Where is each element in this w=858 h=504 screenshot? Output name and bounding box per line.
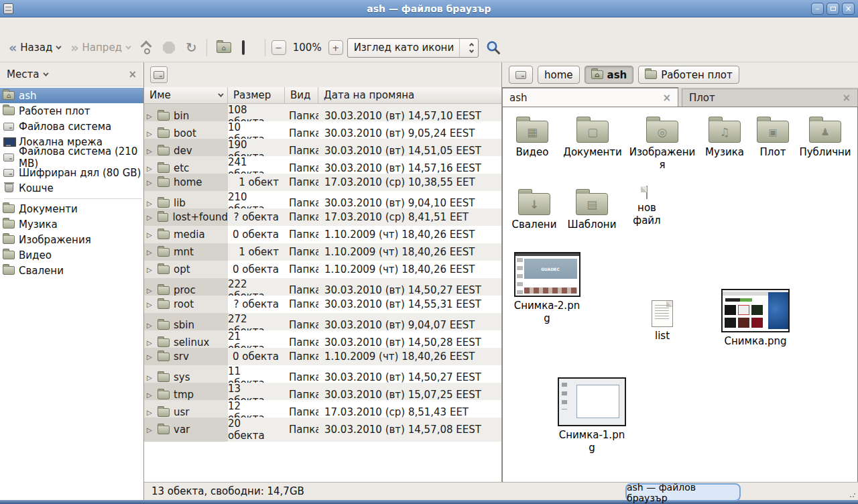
path-desktop-button[interactable]: Работен плот	[638, 66, 739, 84]
stop-button[interactable]	[160, 39, 178, 56]
menu-item[interactable]	[34, 24, 48, 27]
home-button[interactable]: ⌂	[213, 40, 235, 56]
tab-close-icon[interactable]	[662, 92, 671, 104]
folder-item[interactable]: Плот	[753, 114, 792, 159]
expander-icon[interactable]	[147, 322, 154, 329]
table-row[interactable]: mnt 1 обект Папка 1.10.2009 (чт) 18,40,2…	[144, 243, 501, 261]
folder-item[interactable]: Музика	[700, 114, 749, 159]
forward-button[interactable]: » Напред	[67, 39, 133, 56]
table-row[interactable]: selinux 21 обекта Папка 30.03.2010 (вт) …	[144, 330, 501, 348]
sidebar-title[interactable]: Места	[7, 68, 39, 80]
sidebar-item[interactable]: Кошче	[0, 180, 143, 196]
table-row[interactable]: home 1 обект Папка 17.03.2010 (ср) 10,38…	[144, 174, 501, 191]
table-row[interactable]: lib 210 обекта Папка 30.03.2010 (вт) 9,0…	[144, 191, 501, 208]
computer-button[interactable]	[239, 39, 259, 56]
table-row[interactable]: sbin 272 обекта Папка 30.03.2010 (вт) 9,…	[144, 313, 501, 330]
filesystem-root-button[interactable]	[150, 66, 168, 83]
expander-icon[interactable]	[147, 113, 154, 120]
titlebar[interactable]: ash — файлов браузър – ×	[0, 0, 858, 17]
table-row[interactable]: root ? обекта Папка 30.03.2010 (вт) 14,5…	[144, 296, 501, 313]
tab-ash[interactable]: ash	[502, 87, 678, 107]
icon-view-canvas[interactable]: Видео Документи Изображения	[502, 107, 858, 482]
file-item-shot[interactable]: Снимка.png	[722, 289, 789, 348]
back-dropdown-icon[interactable]	[56, 44, 61, 49]
file-item-list[interactable]: list	[629, 298, 696, 342]
resize-grip[interactable]	[849, 491, 856, 498]
table-row[interactable]: bin 108 обекта Папка 30.03.2010 (вт) 14,…	[144, 104, 501, 121]
up-button[interactable]	[137, 38, 156, 57]
reload-button[interactable]: ↻	[182, 39, 200, 56]
sidebar-item[interactable]: Свалени	[0, 263, 143, 278]
table-row[interactable]: proc 222 обекта Папка 30.03.2010 (вт) 14…	[144, 278, 501, 296]
minimize-button[interactable]: –	[811, 3, 824, 15]
tab-close-icon[interactable]	[842, 92, 851, 104]
expander-icon[interactable]	[147, 391, 154, 399]
expander-icon[interactable]	[147, 353, 154, 361]
sidebar-item[interactable]: Шифриран дял (80 GB)	[0, 165, 143, 180]
expander-icon[interactable]	[147, 200, 154, 207]
sidebar-close-icon[interactable]	[128, 68, 137, 80]
menu-item[interactable]	[19, 24, 34, 27]
table-row[interactable]: usr 12 обекта Папка 17.03.2010 (ср) 8,51…	[144, 400, 501, 418]
sidebar-item[interactable]: Видео	[0, 247, 143, 263]
sidebar-item[interactable]: ⌂ ash	[0, 88, 143, 103]
table-row[interactable]: lost+found ? обекта Папка 17.03.2010 (ср…	[144, 208, 501, 226]
sidebar-item[interactable]: Файлова система (210 MB)	[0, 149, 143, 165]
expander-icon[interactable]	[147, 249, 154, 256]
folder-item[interactable]: нов файл	[623, 186, 670, 227]
table-row[interactable]: dev 190 обекта Папка 30.03.2010 (вт) 14,…	[144, 139, 501, 156]
table-row[interactable]: tmp 13 обекта Папка 30.03.2010 (вт) 15,0…	[144, 383, 501, 400]
sidebar-item[interactable]: Музика	[0, 216, 143, 232]
tab-plot[interactable]: Плот	[682, 88, 858, 107]
sidebar-item[interactable]: Работен плот	[0, 103, 143, 119]
sidebar-dropdown-icon[interactable]	[44, 70, 49, 76]
expander-icon[interactable]	[147, 426, 154, 434]
table-row[interactable]: boot 10 обекта Папка 30.03.2010 (вт) 9,0…	[144, 121, 501, 139]
back-button[interactable]: « Назад	[5, 39, 63, 56]
expander-icon[interactable]	[147, 301, 154, 308]
expander-icon[interactable]	[147, 165, 154, 172]
search-icon[interactable]	[485, 40, 501, 56]
folder-item[interactable]: Документи	[560, 114, 625, 159]
path-root-button[interactable]	[509, 66, 533, 84]
maximize-button[interactable]	[826, 3, 839, 15]
close-button[interactable]: ×	[842, 3, 855, 15]
menu-item[interactable]	[48, 24, 63, 27]
table-row[interactable]: var 20 обекта Папка 30.03.2010 (вт) 14,5…	[144, 418, 501, 435]
expander-icon[interactable]	[147, 339, 154, 346]
folder-item[interactable]: Изображения	[629, 114, 696, 172]
path-current-button[interactable]: ⌂ ash	[585, 66, 634, 84]
column-header-name[interactable]: Име	[144, 87, 228, 103]
column-header-size[interactable]: Размер	[228, 87, 285, 103]
expander-icon[interactable]	[147, 266, 154, 273]
expander-icon[interactable]	[147, 374, 154, 381]
view-mode-select[interactable]: Изглед като икони	[347, 38, 479, 58]
sidebar-item[interactable]	[0, 196, 143, 201]
file-item-shot1[interactable]: Снимка-1.png	[558, 377, 625, 454]
table-row[interactable]: opt 0 обекта Папка 1.10.2009 (чт) 18,40,…	[144, 261, 501, 278]
menu-item[interactable]	[78, 24, 93, 27]
expander-icon[interactable]	[147, 179, 154, 186]
folder-item[interactable]: Публични	[796, 114, 854, 159]
zoom-in-button[interactable]: +	[328, 40, 343, 55]
sidebar-item[interactable]: Изображения	[0, 232, 143, 247]
folder-item[interactable]: Видео	[508, 114, 556, 159]
table-row[interactable]: sys 11 обекта Папка 30.03.2010 (вт) 14,5…	[144, 365, 501, 383]
expander-icon[interactable]	[147, 287, 154, 294]
expander-icon[interactable]	[147, 409, 154, 416]
expander-icon[interactable]	[147, 130, 154, 137]
menu-item[interactable]	[4, 24, 19, 27]
table-row[interactable]: srv 0 обекта Папка 1.10.2009 (чт) 18,40,…	[144, 348, 501, 365]
column-header-type[interactable]: Вид	[285, 87, 318, 103]
column-header-date[interactable]: Дата на промяна	[318, 87, 501, 103]
folder-item[interactable]: Свалени	[508, 186, 560, 231]
folder-item[interactable]: Шаблони	[564, 186, 619, 231]
expander-icon[interactable]	[147, 231, 154, 239]
menu-item[interactable]	[63, 24, 78, 27]
sidebar-item[interactable]: Документи	[0, 201, 143, 216]
sidebar-item[interactable]: Файлова система	[0, 119, 143, 134]
table-row[interactable]: etc 241 обекта Папка 30.03.2010 (вт) 14,…	[144, 156, 501, 174]
expander-icon[interactable]	[147, 214, 154, 221]
expander-icon[interactable]	[147, 147, 154, 155]
table-row[interactable]: media 0 обекта Папка 1.10.2009 (чт) 18,4…	[144, 226, 501, 243]
